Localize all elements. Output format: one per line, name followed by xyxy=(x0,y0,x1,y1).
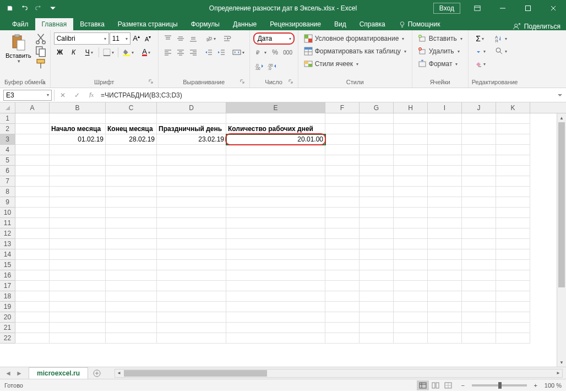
cell[interactable] xyxy=(428,270,462,281)
comma-format-icon[interactable]: 000 xyxy=(282,46,294,58)
column-header[interactable]: B xyxy=(50,102,106,113)
cell[interactable] xyxy=(496,187,530,197)
cell[interactable] xyxy=(50,323,106,333)
cell[interactable] xyxy=(15,134,50,145)
cell[interactable] xyxy=(157,166,226,176)
align-bottom-icon[interactable] xyxy=(187,32,199,45)
cell[interactable] xyxy=(496,166,530,176)
cell[interactable] xyxy=(462,270,496,281)
cell[interactable] xyxy=(496,145,530,155)
cell[interactable] xyxy=(462,291,496,302)
cell[interactable] xyxy=(360,260,394,270)
cell[interactable] xyxy=(428,281,462,291)
font-name-combo[interactable]: Calibri▾ xyxy=(54,32,109,45)
cell[interactable] xyxy=(462,323,496,333)
cell[interactable] xyxy=(226,333,325,344)
cell[interactable] xyxy=(394,323,428,333)
row-header[interactable]: 4 xyxy=(0,145,15,155)
bold-button[interactable]: Ж xyxy=(54,46,66,58)
cell[interactable] xyxy=(360,197,394,208)
cell[interactable] xyxy=(226,166,325,176)
page-layout-view-icon[interactable] xyxy=(429,380,442,390)
italic-button[interactable]: К xyxy=(68,46,80,58)
row-header[interactable]: 7 xyxy=(0,176,15,187)
increase-indent-icon[interactable] xyxy=(215,46,227,58)
cell[interactable] xyxy=(360,239,394,249)
cell[interactable] xyxy=(106,323,157,333)
cell[interactable] xyxy=(15,187,50,197)
insert-cells-button[interactable]: Вставить▾ xyxy=(416,32,465,45)
cell[interactable] xyxy=(226,270,325,281)
cell[interactable] xyxy=(394,281,428,291)
select-all-triangle[interactable] xyxy=(0,102,15,113)
zoom-out-icon[interactable]: − xyxy=(459,382,467,389)
zoom-in-icon[interactable]: + xyxy=(531,382,540,389)
sort-filter-icon[interactable]: АЯ▾ xyxy=(493,32,509,45)
scroll-down-icon[interactable]: ▼ xyxy=(557,358,566,367)
cell[interactable] xyxy=(226,260,325,270)
dialog-launcher-icon[interactable] xyxy=(238,78,246,85)
column-header[interactable]: G xyxy=(360,102,394,113)
cell[interactable] xyxy=(462,124,496,134)
cell[interactable] xyxy=(15,239,50,249)
scrollbar-thumb[interactable] xyxy=(558,122,565,287)
cell[interactable] xyxy=(496,208,530,218)
wrap-text-icon[interactable] xyxy=(221,32,233,45)
cell[interactable] xyxy=(462,197,496,208)
tab-view[interactable]: Вид xyxy=(328,18,353,30)
cell[interactable] xyxy=(325,270,360,281)
cell[interactable] xyxy=(106,218,157,228)
cell[interactable] xyxy=(360,312,394,323)
cell[interactable] xyxy=(157,197,226,208)
cell[interactable] xyxy=(106,155,157,166)
row-header[interactable]: 8 xyxy=(0,187,15,197)
cell[interactable] xyxy=(462,166,496,176)
row-header[interactable]: 18 xyxy=(0,291,15,302)
cell-styles-button[interactable]: Стили ячеек▾ xyxy=(302,58,409,70)
cell[interactable] xyxy=(226,281,325,291)
cell[interactable] xyxy=(462,187,496,197)
cell[interactable] xyxy=(157,187,226,197)
cell[interactable] xyxy=(106,239,157,249)
maximize-icon[interactable] xyxy=(515,0,541,17)
cell[interactable] xyxy=(360,249,394,260)
align-left-icon[interactable] xyxy=(162,46,174,58)
cell[interactable] xyxy=(106,228,157,239)
tab-page-layout[interactable]: Разметка страницы xyxy=(111,18,184,30)
cell[interactable] xyxy=(226,312,325,323)
cell[interactable] xyxy=(15,166,50,176)
cell[interactable] xyxy=(462,249,496,260)
scroll-left-icon[interactable]: ◄ xyxy=(115,369,123,377)
cell[interactable] xyxy=(496,281,530,291)
cell[interactable] xyxy=(360,281,394,291)
cell[interactable] xyxy=(15,228,50,239)
autosum-icon[interactable]: Σ▾ xyxy=(472,32,488,45)
cell[interactable] xyxy=(496,113,530,124)
cell[interactable] xyxy=(325,218,360,228)
cell[interactable] xyxy=(462,333,496,344)
row-header[interactable]: 5 xyxy=(0,155,15,166)
sheet-nav-prev-icon[interactable]: ◄ xyxy=(3,368,13,378)
insert-function-icon[interactable]: fx xyxy=(84,90,99,101)
cell[interactable] xyxy=(50,176,106,187)
cell[interactable] xyxy=(462,145,496,155)
cell[interactable] xyxy=(106,260,157,270)
cell[interactable] xyxy=(394,208,428,218)
dialog-launcher-icon[interactable] xyxy=(287,78,295,85)
cell[interactable] xyxy=(15,249,50,260)
cell[interactable] xyxy=(325,333,360,344)
cell[interactable] xyxy=(15,270,50,281)
font-color-icon[interactable]: А▾ xyxy=(138,46,155,58)
cell[interactable] xyxy=(325,302,360,312)
cell[interactable] xyxy=(394,187,428,197)
scroll-right-icon[interactable]: ► xyxy=(554,369,562,377)
cell[interactable] xyxy=(226,218,325,228)
cell[interactable] xyxy=(15,145,50,155)
cell[interactable] xyxy=(428,176,462,187)
cell[interactable] xyxy=(496,249,530,260)
row-header[interactable]: 17 xyxy=(0,281,15,291)
name-box[interactable]: E3 ▾ xyxy=(3,90,52,101)
cell[interactable] xyxy=(157,291,226,302)
ribbon-display-options-icon[interactable] xyxy=(465,0,490,17)
cell[interactable] xyxy=(462,134,496,145)
